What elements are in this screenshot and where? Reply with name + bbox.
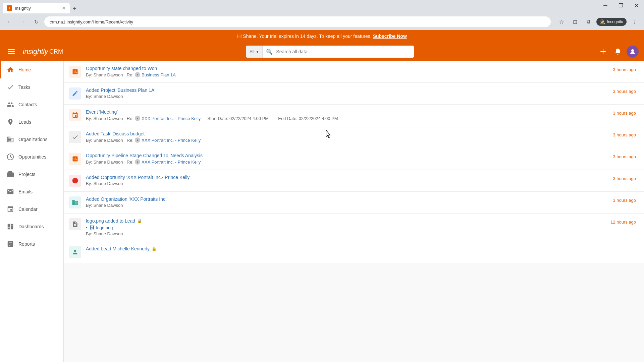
- url-display: crm.na1.insightly.com/Home/RecentActivit…: [50, 19, 133, 24]
- activity-icon-task: [69, 131, 81, 143]
- sidebar-item-dashboards[interactable]: Dashboards: [0, 218, 63, 235]
- content-area: Opportunity state changed to Won By: Sha…: [64, 61, 644, 362]
- activity-meta: By: Shane Dawson Re: ● XXX Portrait Inc.…: [86, 116, 636, 121]
- search-filter-chevron: ▼: [256, 50, 259, 54]
- hamburger-menu-button[interactable]: [5, 46, 17, 58]
- activity-meta: By: Shane Dawson: [86, 231, 636, 236]
- reports-icon: [6, 240, 14, 248]
- activity-meta: By: Shane Dawson: [86, 181, 636, 186]
- forward-button[interactable]: →: [17, 16, 28, 27]
- maximize-button[interactable]: ❐: [613, 0, 629, 11]
- banner-text: Hi Shane. Your trial expires in 14 days.…: [237, 34, 372, 39]
- address-bar[interactable]: crm.na1.insightly.com/Home/RecentActivit…: [44, 16, 551, 27]
- refresh-button[interactable]: ↻: [31, 16, 42, 27]
- extension-button[interactable]: ⊡: [570, 16, 580, 27]
- activity-content: logo.png added to Lead 🔒 • 🖼 logo.png By…: [86, 218, 636, 236]
- search-area: All ▼ 🔍: [68, 46, 592, 58]
- browser-tab-insightly[interactable]: i Insightly ✕: [3, 3, 70, 13]
- add-button[interactable]: [597, 46, 609, 58]
- tab-close-button[interactable]: ✕: [62, 5, 66, 11]
- sidebar-item-opportunities[interactable]: Opportunities: [0, 148, 63, 166]
- incognito-badge[interactable]: 🕵 Incognito: [596, 18, 627, 26]
- sidebar-label-reports: Reports: [18, 241, 35, 247]
- activity-time: 3 hours ago: [613, 89, 636, 94]
- user-avatar-button[interactable]: [627, 46, 639, 58]
- activity-item: Opportunity Pipeline Stage Changed To 'N…: [64, 148, 644, 170]
- org-icon: ●: [135, 159, 140, 165]
- activity-time: 3 hours ago: [613, 176, 636, 181]
- activity-list: Opportunity state changed to Won By: Sha…: [64, 61, 644, 263]
- activity-title[interactable]: Added Organization 'XXX Portraits Inc.': [86, 196, 636, 202]
- activity-time: 12 hours ago: [610, 220, 636, 225]
- sidebar: Home Tasks Contacts Leads: [0, 61, 64, 362]
- search-icon: 🔍: [263, 49, 276, 55]
- sidebar-item-calendar[interactable]: Calendar: [0, 200, 63, 218]
- minimize-button[interactable]: ─: [598, 0, 613, 11]
- sidebar-label-organizations: Organizations: [18, 137, 47, 142]
- sidebar-item-contacts[interactable]: Contacts: [0, 96, 63, 113]
- re-link[interactable]: XXX Portrait Inc. - Prince Kelly: [142, 138, 201, 143]
- sidebar-item-leads[interactable]: Leads: [0, 113, 63, 131]
- activity-file-link[interactable]: • 🖼 logo.png: [86, 225, 636, 230]
- sidebar-label-contacts: Contacts: [18, 102, 37, 107]
- svg-rect-1: [8, 51, 15, 52]
- bookmark-button[interactable]: ☆: [556, 16, 567, 27]
- activity-icon-lead: [69, 246, 81, 258]
- activity-title[interactable]: Added Project 'Business Plan 1A': [86, 87, 636, 93]
- tab-favicon: i: [7, 5, 12, 11]
- activity-content: Opportunity state changed to Won By: Sha…: [86, 66, 636, 77]
- activity-item: Added Opportunity 'XXX Portrait Inc.- Pr…: [64, 170, 644, 192]
- search-filter-button[interactable]: All ▼: [246, 46, 263, 58]
- sidebar-item-reports[interactable]: Reports: [0, 235, 63, 253]
- back-button[interactable]: ←: [4, 16, 15, 27]
- menu-button[interactable]: ⋮: [629, 16, 640, 27]
- activity-title[interactable]: logo.png added to Lead: [86, 218, 135, 224]
- sidebar-item-emails[interactable]: Emails: [0, 183, 63, 200]
- new-tab-button[interactable]: +: [70, 4, 79, 13]
- activity-meta: By: Shane Dawson Re: ● XXX Portrait Inc.…: [86, 137, 636, 143]
- sidebar-item-organizations[interactable]: Organizations: [0, 131, 63, 148]
- activity-time: 3 hours ago: [613, 154, 636, 159]
- activity-content: Added Task 'Discuss budget' By: Shane Da…: [86, 131, 636, 143]
- activity-title[interactable]: Opportunity Pipeline Stage Changed To 'N…: [86, 153, 636, 158]
- sidebar-label-tasks: Tasks: [18, 84, 31, 90]
- search-input[interactable]: [276, 49, 414, 54]
- org-icon: ●: [135, 137, 140, 143]
- sidebar-item-home[interactable]: Home: [0, 61, 63, 78]
- activity-title[interactable]: Added Lead Michelle Kennedy: [86, 246, 150, 251]
- activity-content: Added Project 'Business Plan 1A' By: Sha…: [86, 87, 636, 99]
- dashboards-icon: [6, 223, 14, 231]
- trial-banner: Hi Shane. Your trial expires in 14 days.…: [0, 30, 644, 42]
- sidebar-label-leads: Leads: [18, 119, 31, 125]
- activity-icon-opportunity: [69, 66, 81, 78]
- activity-title[interactable]: Added Task 'Discuss budget': [86, 131, 636, 136]
- re-link[interactable]: XXX Portrait Inc. - Prince Kelly: [142, 160, 201, 165]
- sidebar-item-tasks[interactable]: Tasks: [0, 78, 63, 96]
- sidebar-label-dashboards: Dashboards: [18, 224, 44, 229]
- re-link[interactable]: Business Plan 1A: [142, 72, 176, 77]
- activity-title[interactable]: Event 'Meeting': [86, 109, 636, 115]
- split-view-button[interactable]: ⧉: [583, 16, 594, 27]
- file-icon: 🖼: [90, 225, 94, 230]
- file-name[interactable]: logo.png: [96, 225, 113, 230]
- activity-title[interactable]: Opportunity state changed to Won: [86, 66, 636, 71]
- activity-meta: By: Shane Dawson Re: ● XXX Portrait Inc.…: [86, 159, 636, 165]
- organizations-icon: [6, 135, 14, 143]
- activity-time: 3 hours ago: [613, 111, 636, 116]
- sidebar-item-projects[interactable]: Projects: [0, 166, 63, 183]
- re-link[interactable]: XXX Portrait Inc. - Prince Kelly: [142, 116, 201, 121]
- activity-icon-add-org: [69, 196, 81, 208]
- contacts-icon: [6, 101, 14, 109]
- file-bullet: •: [86, 225, 88, 230]
- activity-item: Opportunity state changed to Won By: Sha…: [64, 61, 644, 83]
- svg-rect-0: [8, 49, 15, 50]
- sidebar-label-emails: Emails: [18, 189, 33, 194]
- activity-title[interactable]: Added Opportunity 'XXX Portrait Inc.- Pr…: [86, 175, 636, 180]
- activity-item: Added Lead Michelle Kennedy 🔒: [64, 241, 644, 263]
- svg-rect-4: [600, 51, 606, 52]
- notifications-button[interactable]: [612, 46, 624, 58]
- close-window-button[interactable]: ✕: [629, 0, 644, 11]
- activity-item: Added Task 'Discuss budget' By: Shane Da…: [64, 126, 644, 148]
- opportunities-icon: [6, 153, 14, 161]
- subscribe-now-link[interactable]: Subscribe Now: [373, 34, 407, 39]
